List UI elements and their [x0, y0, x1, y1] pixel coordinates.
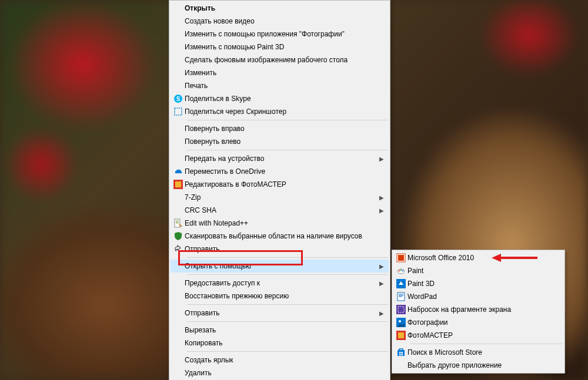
blank-icon: [172, 291, 185, 301]
menu-share-screenshoter[interactable]: Поделиться через Скриншотер: [171, 105, 389, 118]
file-context-menu: Открыть Создать новое видео Изменить с п…: [169, 0, 390, 380]
blank-icon: [172, 325, 185, 335]
menu-edit-fotomaster[interactable]: Редактировать в ФотоМАСТЕР: [171, 178, 389, 191]
menu-label: Выбрать другое приложение: [407, 361, 559, 369]
submenu-fotomaster[interactable]: ФотоМАСТЕР: [393, 329, 563, 342]
menu-grant-access[interactable]: Предоставить доступ к ▶: [171, 277, 389, 290]
blank-icon: [172, 278, 185, 288]
svg-rect-20: [397, 350, 405, 356]
menu-label: Сканировать выбранные области на наличие…: [185, 232, 384, 240]
menu-edit[interactable]: Изменить: [171, 66, 389, 79]
submenu-wordpad[interactable]: WordPad: [393, 290, 563, 303]
menu-label: Поделиться в Skype: [185, 95, 384, 103]
blank-icon: [172, 29, 185, 39]
blank-icon: [172, 16, 185, 26]
blank-icon: [172, 368, 185, 378]
menu-send-to[interactable]: Отправить ▶: [171, 307, 389, 320]
menu-share-skype[interactable]: S Поделиться в Skype: [171, 92, 389, 105]
menu-label: 7-Zip: [185, 193, 378, 201]
menu-restore-previous[interactable]: Восстановить прежнюю версию: [171, 290, 389, 302]
photos-icon: [395, 317, 407, 328]
menu-crc-sha[interactable]: CRC SHA ▶: [171, 204, 389, 217]
menu-label: Создать новое видео: [185, 17, 384, 25]
menu-label: Paint 3D: [407, 280, 559, 288]
blank-icon: [172, 136, 185, 147]
submenu-photos[interactable]: Фотографии: [393, 316, 563, 329]
menu-create-video[interactable]: Создать новое видео: [171, 15, 389, 28]
menu-label: Изменить: [185, 69, 384, 77]
menu-share[interactable]: Отправить: [171, 243, 389, 255]
submenu-arrow-icon: ▶: [378, 194, 384, 201]
menu-open-with[interactable]: Открыть с помощью ▶: [171, 260, 389, 273]
menu-create-shortcut[interactable]: Создать ярлык: [171, 354, 389, 366]
menu-label: Переместить в OneDrive: [185, 167, 384, 176]
menu-label: Отправить: [185, 245, 384, 253]
menu-label: CRC SHA: [185, 206, 378, 214]
menu-label: Microsoft Office 2010: [407, 254, 559, 262]
submenu-ms-store[interactable]: Поиск в Microsoft Store: [393, 346, 563, 359]
menu-delete[interactable]: Удалить: [171, 366, 389, 379]
submenu-ms-office[interactable]: Microsoft Office 2010: [393, 251, 563, 264]
svg-point-11: [402, 270, 403, 271]
svg-rect-23: [399, 354, 401, 356]
submenu-paint3d[interactable]: Paint 3D: [393, 277, 563, 290]
menu-copy[interactable]: Копировать: [171, 337, 389, 349]
blank-icon: [172, 355, 185, 365]
svg-rect-19: [398, 332, 404, 338]
menu-label: Открыть с помощью: [185, 262, 378, 270]
blank-icon: [172, 205, 185, 216]
menu-scan-virus[interactable]: Сканировать выбранные области на наличие…: [171, 230, 389, 243]
menu-label: Восстановить прежнюю версию: [185, 292, 384, 300]
menu-print[interactable]: Печать: [171, 79, 389, 92]
submenu-arrow-icon: ▶: [378, 280, 384, 287]
menu-7zip[interactable]: 7-Zip ▶: [171, 191, 389, 204]
antivirus-icon: [172, 231, 185, 241]
menu-label: Edit with Notepad++: [185, 219, 384, 227]
menu-label: Фотографии: [407, 318, 559, 327]
menu-open[interactable]: Открыть: [171, 2, 389, 15]
blank-icon: [172, 80, 185, 91]
menu-edit-photos-app[interactable]: Изменить с помощью приложения "Фотографи…: [171, 28, 389, 41]
blank-icon: [172, 42, 185, 52]
svg-rect-22: [402, 352, 403, 354]
fotomaster-icon: [172, 179, 185, 190]
menu-cast-device[interactable]: Передать на устройство ▶: [171, 152, 389, 165]
menu-label: Передать на устройство: [185, 154, 378, 163]
menu-edit-paint3d[interactable]: Изменить с помощью Paint 3D: [171, 41, 389, 53]
menu-move-onedrive[interactable]: Переместить в OneDrive: [171, 165, 389, 178]
skype-icon: S: [172, 93, 185, 104]
svg-rect-7: [398, 255, 404, 261]
ms-office-icon: [395, 253, 407, 263]
menu-separator: [187, 304, 388, 305]
menu-label: Повернуть влево: [185, 137, 384, 146]
blank-icon: [172, 192, 185, 203]
svg-text:S: S: [176, 96, 181, 102]
menu-label: Набросок на фрагменте экрана: [407, 305, 559, 314]
menu-separator: [187, 120, 388, 120]
blank-icon: [172, 123, 185, 134]
svg-point-17: [399, 320, 401, 322]
blank-icon: [172, 55, 185, 65]
menu-edit-notepadpp[interactable]: Edit with Notepad++: [171, 217, 389, 230]
menu-label: Открыть: [185, 4, 384, 12]
menu-cut[interactable]: Вырезать: [171, 324, 389, 337]
svg-rect-14: [396, 305, 406, 314]
menu-label: Повернуть вправо: [185, 125, 384, 133]
menu-set-wallpaper[interactable]: Сделать фоновым изображением рабочего ст…: [171, 53, 389, 66]
submenu-paint[interactable]: Paint: [393, 264, 563, 277]
menu-rotate-left[interactable]: Повернуть влево: [171, 135, 389, 148]
blank-icon: [395, 360, 407, 371]
blank-icon: [172, 153, 185, 164]
paint3d-icon: [395, 278, 407, 289]
menu-rotate-right[interactable]: Повернуть вправо: [171, 122, 389, 135]
menu-label: Предоставить доступ к: [185, 279, 378, 287]
svg-point-10: [400, 270, 402, 271]
submenu-snip-sketch[interactable]: Набросок на фрагменте экрана: [393, 303, 563, 316]
submenu-choose-other[interactable]: Выбрать другое приложение: [393, 359, 563, 372]
menu-separator: [187, 150, 388, 150]
menu-label: Изменить с помощью Paint 3D: [185, 43, 384, 51]
submenu-arrow-icon: ▶: [378, 207, 384, 214]
paint-icon: [395, 265, 407, 276]
svg-rect-4: [175, 181, 181, 187]
blank-icon: [172, 338, 185, 348]
